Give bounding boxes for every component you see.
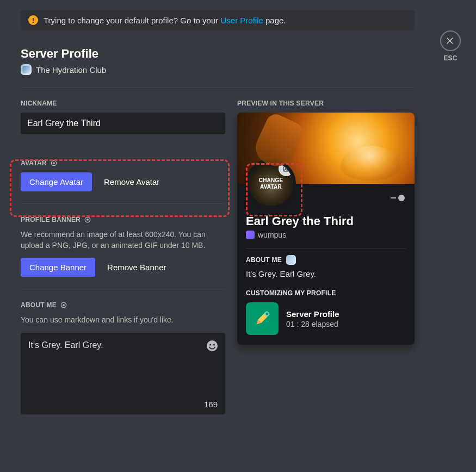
svg-point-6 bbox=[207, 340, 218, 351]
about-text: It's Grey. Earl Grey. bbox=[28, 340, 218, 350]
avatar-section: AVATAR Change Avatar Remove Avatar bbox=[21, 159, 225, 191]
banner-section: PROFILE BANNER We recommend an image of … bbox=[21, 216, 225, 277]
nitro-icon bbox=[60, 301, 67, 309]
svg-point-11 bbox=[266, 313, 269, 315]
upload-image-button[interactable] bbox=[279, 161, 294, 176]
svg-point-5 bbox=[63, 304, 65, 306]
about-label: ABOUT ME bbox=[21, 301, 57, 309]
preview-activity-label: CUSTOMIZING MY PROFILE bbox=[246, 289, 406, 297]
preview-username: wumpus bbox=[258, 231, 286, 239]
char-count: 169 bbox=[204, 400, 218, 409]
svg-point-3 bbox=[86, 219, 89, 221]
about-input[interactable]: It's Grey. Earl Grey. 169 bbox=[21, 333, 225, 414]
tip-prefix: Trying to change your default profile? G… bbox=[44, 16, 220, 25]
about-section: ABOUT ME You can use markdown and links … bbox=[21, 301, 225, 414]
profile-preview-card: CHANGE AVATAR Earl Grey the Third wumpus bbox=[237, 113, 415, 345]
change-banner-button[interactable]: Change Banner bbox=[21, 258, 95, 277]
preview-banner[interactable]: CHANGE AVATAR bbox=[237, 113, 415, 184]
smile-icon bbox=[206, 339, 219, 352]
tip-suffix: page. bbox=[263, 16, 286, 25]
page-title: Server Profile bbox=[21, 47, 455, 61]
svg-point-7 bbox=[209, 344, 211, 345]
svg-point-8 bbox=[213, 344, 215, 345]
user-profile-link[interactable]: User Profile bbox=[220, 16, 263, 25]
info-banner: ! Trying to change your default profile?… bbox=[21, 10, 415, 30]
esc-label: ESC bbox=[443, 54, 457, 62]
activity-time: 01 : 28 elapsed bbox=[286, 320, 339, 328]
divider bbox=[21, 203, 225, 204]
activity-name: Server Profile bbox=[286, 309, 339, 319]
server-icon bbox=[286, 255, 296, 265]
divider bbox=[21, 289, 225, 289]
svg-point-1 bbox=[53, 162, 55, 164]
pencil-icon bbox=[246, 302, 279, 335]
close-icon bbox=[446, 36, 455, 46]
remove-banner-button[interactable]: Remove Banner bbox=[104, 258, 169, 277]
server-context: The Hydration Club bbox=[21, 64, 455, 75]
preview-activity: Server Profile 01 : 28 elapsed bbox=[246, 302, 406, 335]
add-image-icon bbox=[282, 165, 290, 173]
user-badge-icon bbox=[246, 231, 255, 239]
nickname-section: NICKNAME bbox=[21, 100, 225, 134]
server-icon bbox=[21, 64, 32, 75]
preview-label: PREVIEW IN THIS SERVER bbox=[237, 100, 415, 107]
preview-display-name: Earl Grey the Third bbox=[246, 214, 406, 228]
emoji-picker-button[interactable] bbox=[206, 339, 219, 352]
divider bbox=[246, 248, 406, 249]
avatar-label: AVATAR bbox=[21, 159, 47, 167]
server-name: The Hydration Club bbox=[36, 65, 106, 74]
preview-about-text: It's Grey. Earl Grey. bbox=[246, 269, 406, 278]
warning-icon: ! bbox=[28, 15, 38, 25]
remove-avatar-button[interactable]: Remove Avatar bbox=[101, 172, 163, 191]
nitro-icon bbox=[50, 159, 58, 167]
banner-help: We recommend an image of at least 600x24… bbox=[21, 229, 217, 251]
nickname-label: NICKNAME bbox=[21, 100, 225, 107]
close-button[interactable] bbox=[440, 30, 461, 51]
change-avatar-button[interactable]: Change Avatar bbox=[21, 172, 92, 191]
divider bbox=[21, 87, 415, 88]
preview-about-label: ABOUT ME bbox=[246, 256, 282, 264]
about-help: You can use markdown and links if you'd … bbox=[21, 314, 217, 325]
nickname-input[interactable] bbox=[21, 113, 225, 134]
nitro-icon bbox=[84, 216, 91, 223]
banner-label: PROFILE BANNER bbox=[21, 216, 81, 223]
status-indicator bbox=[391, 195, 405, 201]
